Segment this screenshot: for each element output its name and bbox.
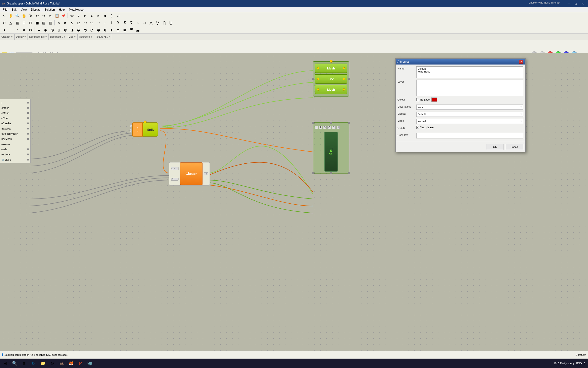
tb-r3-15[interactable]: ◕: [95, 27, 102, 33]
tb-r3-2[interactable]: ⋅: [8, 27, 14, 33]
tb-copy[interactable]: 📋: [54, 13, 60, 19]
attr-group-checkbox[interactable]: [416, 126, 419, 129]
tb-r3-17[interactable]: ◗: [108, 27, 115, 33]
attr-title-bar[interactable]: Attributes ✕: [396, 59, 525, 64]
tb-r3-3[interactable]: ⋆: [14, 27, 21, 33]
tb-select[interactable]: ↖: [1, 13, 8, 19]
taskbar-settings[interactable]: ⚙: [48, 359, 56, 368]
tb-move[interactable]: ✋: [8, 13, 14, 19]
taskbar-powerpoint[interactable]: P: [76, 359, 85, 368]
tb-r2-23[interactable]: ⋀: [148, 20, 154, 26]
tg-docinfo[interactable]: Document Info ▼: [28, 34, 49, 40]
tb-r2-19[interactable]: ⊼: [121, 20, 128, 26]
tb-r2-24[interactable]: ⋁: [154, 20, 161, 26]
tb-r3-16[interactable]: ◖: [102, 27, 108, 33]
close-button[interactable]: ✕: [579, 1, 586, 6]
tb-r3-9[interactable]: ◍: [55, 27, 62, 33]
mesh-node-2[interactable]: Mesh: [315, 85, 347, 94]
tb-r3-21[interactable]: ◛: [134, 27, 141, 33]
tb-r3-7[interactable]: ◉: [42, 27, 49, 33]
tb-r2-7[interactable]: ▤: [40, 20, 47, 26]
mesh-node-1[interactable]: Mesh: [315, 64, 347, 73]
tb-rotate[interactable]: ↻: [27, 13, 34, 19]
tb-cut[interactable]: ✂: [47, 13, 54, 19]
tb-r3-11[interactable]: ◑: [69, 27, 75, 33]
cluster-node-outer[interactable]: Crv Pt Cluster Pt: [169, 162, 210, 185]
tb-redo[interactable]: ↪: [40, 13, 47, 19]
tb-r2-17[interactable]: ⊺: [108, 20, 115, 26]
tb-pan[interactable]: 🖐: [21, 13, 27, 19]
task-view-button[interactable]: ⊞: [20, 359, 28, 368]
tb-r2-2[interactable]: △: [8, 20, 14, 26]
tb-r2-13[interactable]: ⊶: [82, 20, 88, 26]
tb-r3-10[interactable]: ◐: [62, 27, 69, 33]
tb-r2-4[interactable]: ⊞: [21, 20, 27, 26]
tb-undo[interactable]: ↩: [34, 13, 40, 19]
tb-r3-12[interactable]: ◒: [75, 27, 82, 33]
tb-r2-20[interactable]: ⊽: [128, 20, 134, 26]
tg-creation[interactable]: Creation ▼: [0, 34, 15, 40]
tb-r2-9[interactable]: ⊲: [55, 20, 62, 26]
attr-close-button[interactable]: ✕: [519, 60, 523, 64]
tb-p[interactable]: P: [82, 13, 88, 19]
menu-view[interactable]: View: [19, 8, 29, 12]
maximize-button[interactable]: □: [572, 1, 579, 6]
tb-snap[interactable]: ⊕: [115, 13, 121, 19]
tb-r2-18[interactable]: ⊻: [115, 20, 121, 26]
tb-h[interactable]: H: [102, 13, 108, 19]
tb-r2-26[interactable]: ⋃: [167, 20, 174, 26]
tb-r2-5[interactable]: ⊟: [27, 20, 34, 26]
tb-l[interactable]: L: [88, 13, 95, 19]
tb-eye[interactable]: 👁: [69, 13, 75, 19]
attr-mode-dropdown[interactable]: Normal ▼: [416, 119, 523, 124]
file-explorer-button[interactable]: 📁: [39, 359, 47, 368]
tb-r3-13[interactable]: ◓: [82, 27, 88, 33]
taskbar-grasshopper[interactable]: 🦗: [57, 359, 66, 368]
tg-reference[interactable]: Reference ▼: [78, 34, 94, 40]
tb-zoom[interactable]: 🔍: [14, 13, 21, 19]
dell-icon[interactable]: D: [29, 359, 38, 368]
tb-r3-19[interactable]: ◙: [121, 27, 128, 33]
attr-ok-button[interactable]: OK: [486, 144, 504, 150]
attr-cancel-button[interactable]: Cancel: [506, 144, 523, 150]
attr-decorations-dropdown[interactable]: None ▼: [416, 105, 523, 110]
attr-display-dropdown[interactable]: Default ▼: [416, 112, 523, 117]
menu-solution[interactable]: Solution: [43, 8, 56, 12]
search-button[interactable]: 🔍: [10, 359, 19, 368]
cluster-main-node[interactable]: Cluster: [180, 162, 202, 185]
attr-colour-checkbox[interactable]: [416, 98, 419, 101]
tb-r2-8[interactable]: ▥: [47, 20, 54, 26]
start-button[interactable]: ⊞: [1, 359, 9, 368]
tb-r2-12[interactable]: ⊵: [75, 20, 82, 26]
split-node[interactable]: L i A B Split: [132, 122, 158, 137]
tb-r2-1[interactable]: ⊙: [1, 20, 8, 26]
taskbar-firefox[interactable]: 🦊: [67, 359, 75, 368]
crv-node[interactable]: Crv: [315, 74, 347, 83]
tb-e[interactable]: E: [75, 13, 82, 19]
tb-r2-21[interactable]: ⊾: [134, 20, 141, 26]
taskbar-rhino[interactable]: 🦏: [86, 359, 94, 368]
tb-r2-15[interactable]: ⊸: [95, 20, 102, 26]
tb-r2-22[interactable]: ⊿: [141, 20, 148, 26]
tg-document[interactable]: Document... ▼: [49, 34, 67, 40]
tb-r2-10[interactable]: ⊳: [62, 20, 69, 26]
tg-misc[interactable]: Misc ▼: [67, 34, 77, 40]
menu-file[interactable]: File: [1, 8, 9, 12]
tb-r3-5[interactable]: ⋈: [27, 27, 34, 33]
tb-r2-16[interactable]: ⊹: [102, 20, 108, 26]
attr-name-value[interactable]: Default Wind Rose: [416, 66, 523, 78]
tb-grid[interactable]: ⋮: [108, 13, 115, 19]
tag-node[interactable]: Tag: [324, 132, 338, 172]
attr-usertext-value[interactable]: [416, 133, 523, 138]
attr-layer-value[interactable]: [416, 80, 523, 96]
tb-r2-25[interactable]: ⋂: [161, 20, 167, 26]
minimize-button[interactable]: ─: [565, 1, 572, 6]
tb-r3-14[interactable]: ◔: [88, 27, 95, 33]
menu-help[interactable]: Help: [57, 8, 67, 12]
tb-r2-11[interactable]: ⊴: [69, 20, 75, 26]
tb-r3-6[interactable]: ●: [36, 27, 42, 33]
attr-colour-swatch[interactable]: [431, 97, 437, 102]
menu-metahopper[interactable]: MetaHopper: [67, 8, 86, 12]
tb-r3-1[interactable]: ⋄: [1, 27, 8, 33]
tb-r2-6[interactable]: ▣: [34, 20, 40, 26]
